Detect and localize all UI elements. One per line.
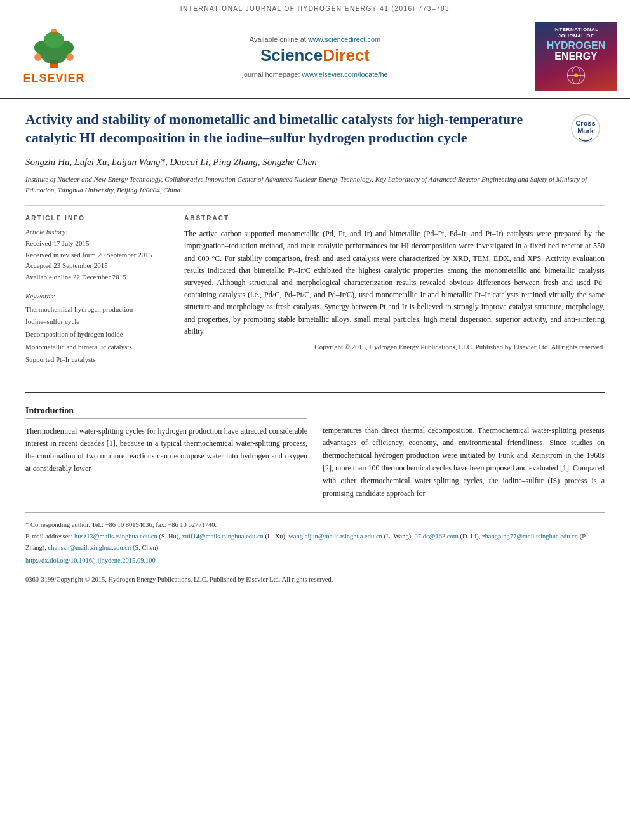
keyword-5: Supported Pt–Ir catalysts	[25, 354, 161, 366]
available-online-date: Available online 22 December 2015	[25, 272, 161, 283]
svg-point-5	[34, 53, 42, 61]
journal-header-text: International Journal of Hydrogen Energy…	[180, 5, 450, 12]
abstract-copyright: Copyright © 2015, Hydrogen Energy Public…	[184, 343, 605, 350]
footnote-area: * Corresponding author. Tel.: +86 10 801…	[25, 512, 605, 570]
article-info-abstract-section: Article Info Article history: Received 1…	[25, 205, 605, 366]
center-banner: Available online at www.sciencedirect.co…	[95, 36, 535, 78]
keywords-title: Keywords:	[25, 292, 161, 300]
introduction-heading: Introduction	[25, 406, 307, 419]
journal-globe-icon	[562, 65, 591, 86]
svg-point-6	[66, 53, 74, 61]
revised-date: Received in revised form 20 September 20…	[25, 250, 161, 261]
article-main: Activity and stability of monometallic a…	[0, 99, 630, 379]
keyword-2: Iodine–sulfur cycle	[25, 316, 161, 328]
journal-header: International Journal of Hydrogen Energy…	[0, 0, 630, 15]
journal-cover-thumbnail: International Journal of HYDROGENENERGY	[535, 22, 617, 91]
svg-point-11	[574, 74, 578, 77]
top-banner: ELSEVIER Available online at www.science…	[0, 15, 630, 99]
journal-logo-text: International Journal of	[540, 27, 612, 40]
svg-text:Cross: Cross	[575, 119, 595, 127]
svg-text:Mark: Mark	[577, 127, 594, 135]
corresponding-author-note: * Corresponding author. Tel.: +86 10 801…	[25, 519, 605, 531]
elsevier-brand-text: ELSEVIER	[23, 72, 84, 85]
email-hu[interactable]: husz13@mails.tsinghua.edu.cn	[74, 533, 158, 540]
body-content: Introduction Thermochemical water-splitt…	[0, 393, 630, 513]
article-info-column: Article Info Article history: Received 1…	[25, 215, 171, 366]
affiliation: Institute of Nuclear and New Energy Tech…	[25, 174, 605, 195]
sciencedirect-logo: ScienceDirect	[95, 46, 535, 65]
email-wang[interactable]: wanglaijun@mails.tsinghua.edu.cn	[288, 533, 382, 540]
article-history-title: Article history:	[25, 228, 161, 236]
available-online-text: Available online at www.sciencedirect.co…	[95, 36, 535, 43]
email-li[interactable]: 07ldc@163.com	[414, 533, 458, 540]
body-left-column: Introduction Thermochemical water-splitt…	[25, 406, 307, 500]
doi-link[interactable]: http://dx.doi.org/10.1016/j.ijhydene.201…	[25, 555, 605, 566]
introduction-left-text: Thermochemical water-splitting cycles fo…	[25, 425, 307, 476]
keyword-1: Thermochemical hydrogen production	[25, 303, 161, 316]
journal-homepage-link[interactable]: www.elsevier.com/locate/he	[302, 70, 388, 78]
elsevier-logo: ELSEVIER	[13, 29, 95, 85]
article-info-heading: Article Info	[25, 215, 161, 222]
email-xu[interactable]: xulf14@mails.tsinghua.edu.cn	[182, 533, 263, 540]
issn-line: 0360-3199/Copyright © 2015, Hydrogen Ene…	[0, 573, 630, 585]
abstract-column: Abstract The active carbon-supported mon…	[184, 215, 605, 366]
journal-homepage: journal homepage: www.elsevier.com/locat…	[95, 70, 535, 78]
accepted-date: Accepted 23 September 2015	[25, 260, 161, 272]
article-title: Activity and stability of monometallic a…	[25, 110, 605, 147]
abstract-text: The active carbon-supported monometallic…	[184, 228, 605, 338]
svg-point-7	[51, 29, 57, 35]
keyword-3: Decomposition of hydrogen iodide	[25, 328, 161, 341]
keyword-4: Monometallic and bimetallic catalysts	[25, 341, 161, 354]
email-zhang[interactable]: zhangping77@mail.tsinghua.edu.cn	[482, 533, 578, 540]
authors: Songzhi Hu, Lufei Xu, Laijun Wang*, Daoc…	[25, 157, 605, 168]
crossmark-badge-icon: Cross Mark	[566, 110, 605, 149]
elsevier-tree-icon	[25, 29, 83, 70]
body-right-column: temperatures than direct thermal decompo…	[323, 406, 605, 500]
abstract-heading: Abstract	[184, 215, 605, 222]
email-chen[interactable]: chenszh@mail.tsinghua.edu.cn	[48, 544, 131, 551]
email-addresses: E-mail addresses: husz13@mails.tsinghua.…	[25, 531, 605, 554]
received-date: Received 17 July 2015	[25, 238, 161, 250]
introduction-right-text: temperatures than direct thermal decompo…	[323, 425, 605, 500]
sciencedirect-url[interactable]: www.sciencedirect.com	[308, 36, 380, 43]
journal-title-large: HYDROGENENERGY	[547, 40, 605, 62]
